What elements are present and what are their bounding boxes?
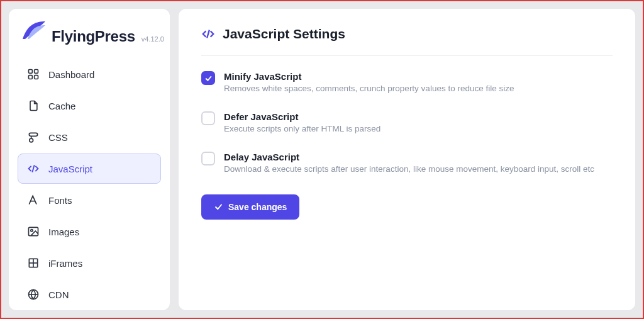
minify-js-checkbox[interactable] (201, 71, 215, 85)
globe-icon (27, 288, 40, 301)
page-title: JavaScript Settings (223, 26, 345, 42)
image-icon (27, 225, 40, 238)
brand: FlyingPress v4.12.0 (18, 20, 161, 45)
defer-js-checkbox[interactable] (201, 111, 215, 125)
sidebar-item-label: JavaScript (48, 164, 92, 174)
main-content: JavaScript Settings Minify JavaScript Re… (179, 9, 635, 310)
sidebar-item-javascript[interactable]: JavaScript (18, 154, 161, 184)
svg-rect-1 (35, 70, 38, 74)
brand-name: FlyingPress (52, 28, 135, 45)
option-title: Minify JavaScript (224, 71, 514, 82)
delay-js-checkbox[interactable] (201, 152, 215, 165)
cache-icon (27, 99, 40, 112)
sidebar-item-iframes[interactable]: iFrames (18, 248, 161, 278)
sidebar-item-css[interactable]: CSS (18, 122, 161, 152)
sidebar-item-cdn[interactable]: CDN (18, 279, 161, 310)
svg-rect-4 (29, 133, 37, 136)
dashboard-icon (27, 68, 40, 81)
brand-version: v4.12.0 (142, 35, 164, 43)
option-minify-js: Minify JavaScript Removes white spaces, … (201, 71, 613, 95)
sidebar-item-dashboard[interactable]: Dashboard (18, 59, 161, 89)
logo-icon (21, 20, 47, 44)
app-root: FlyingPress v4.12.0 Dashboard Cache (1, 1, 643, 318)
save-button[interactable]: Save changes (201, 194, 299, 220)
save-button-label: Save changes (228, 202, 287, 212)
sidebar: FlyingPress v4.12.0 Dashboard Cache (9, 9, 170, 310)
sidebar-item-label: Images (48, 227, 79, 237)
code-icon (201, 27, 215, 41)
svg-rect-3 (35, 76, 38, 79)
svg-point-5 (30, 138, 33, 142)
svg-rect-0 (29, 70, 33, 74)
svg-line-18 (207, 30, 209, 38)
sidebar-item-label: CDN (48, 289, 69, 300)
option-text: Minify JavaScript Removes white spaces, … (224, 71, 514, 95)
nav: Dashboard Cache CSS JavaScript (18, 59, 161, 310)
fonts-icon (27, 194, 40, 206)
option-defer-js: Defer JavaScript Execute scripts only af… (201, 111, 613, 135)
option-text: Defer JavaScript Execute scripts only af… (224, 111, 380, 135)
option-description: Download & execute scripts after user in… (224, 164, 594, 176)
page-header: JavaScript Settings (201, 26, 613, 56)
sidebar-item-fonts[interactable]: Fonts (18, 185, 161, 215)
svg-line-6 (32, 165, 34, 172)
iframe-icon (27, 257, 40, 269)
option-description: Removes white spaces, comments, crunch p… (224, 83, 514, 95)
code-icon (27, 162, 40, 175)
check-icon (204, 74, 213, 82)
option-description: Execute scripts only after HTML is parse… (224, 123, 380, 135)
option-delay-js: Delay JavaScript Download & execute scri… (201, 152, 613, 176)
sidebar-item-label: Fonts (48, 195, 72, 206)
sidebar-item-cache[interactable]: Cache (18, 91, 161, 121)
option-title: Delay JavaScript (224, 152, 594, 162)
css-icon (27, 131, 40, 143)
svg-point-9 (31, 230, 33, 232)
option-text: Delay JavaScript Download & execute scri… (224, 152, 594, 176)
svg-rect-2 (29, 76, 33, 79)
check-icon (214, 202, 223, 211)
sidebar-item-label: CSS (48, 132, 68, 143)
sidebar-item-images[interactable]: Images (18, 216, 161, 247)
option-title: Defer JavaScript (224, 111, 380, 122)
sidebar-item-label: iFrames (48, 258, 82, 269)
sidebar-item-label: Dashboard (48, 69, 94, 80)
sidebar-item-label: Cache (48, 101, 75, 111)
